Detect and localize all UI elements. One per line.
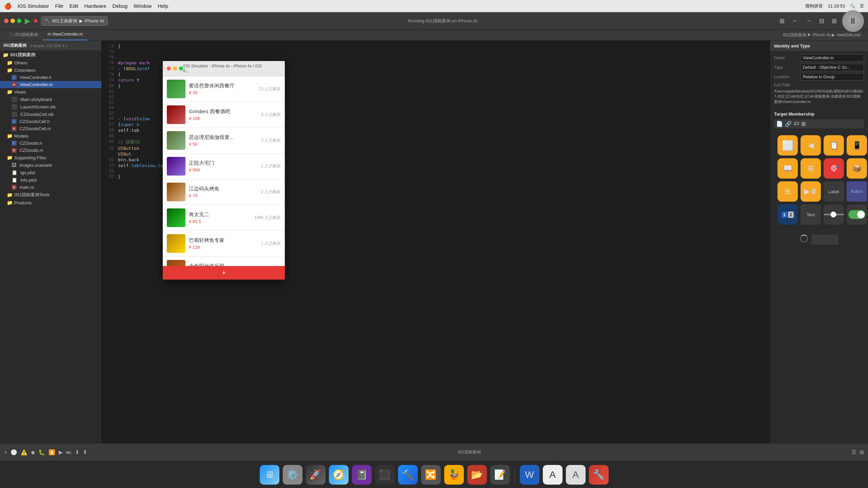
pause-button[interactable]: ⏸ xyxy=(842,10,864,32)
step-into-button[interactable]: ⬇ xyxy=(75,449,79,455)
nav-item-project-root[interactable]: 📁 001团购案例 xyxy=(0,51,101,59)
dock-xcode[interactable]: 🔨 xyxy=(398,465,418,485)
search-icon[interactable]: 🔍 xyxy=(850,3,855,8)
nav-item-views[interactable]: 📁 Views xyxy=(0,88,101,96)
nav-item-czgoodscell-xib[interactable]: ⬛ CZGoodsCell.xib xyxy=(0,110,101,118)
nav-item-images-xcassets[interactable]: 🖼 Images.xcassets xyxy=(0,161,101,169)
icon-cell-6[interactable]: ⊞ xyxy=(801,158,821,179)
dock-system-prefs[interactable]: ⚙️ xyxy=(283,465,302,485)
split-view-button[interactable]: ⊟ xyxy=(817,16,826,26)
breakpoints-button[interactable]: ⏫ xyxy=(48,449,55,455)
tm-link-icon[interactable]: 🔗 xyxy=(785,121,792,127)
dock-font-book2[interactable]: A xyxy=(566,465,586,485)
nav-item-czgoodscell-h[interactable]: h CZGoodsCell.h xyxy=(0,118,101,125)
simulator-maximize-button[interactable] xyxy=(179,66,183,70)
nav-item-czgoodscell-m[interactable]: m CZGoodsCell.m xyxy=(0,125,101,132)
nav-item-products[interactable]: 📁 Products xyxy=(0,199,101,206)
dock-filemerge[interactable]: 🔀 xyxy=(421,465,441,485)
toggle-cell[interactable] xyxy=(847,204,867,225)
product-item-1[interactable]: 蜜语芭蕾休闲西餐厅 ¥ 39 11 人已购买 xyxy=(163,76,285,102)
add-button[interactable]: + xyxy=(4,449,7,455)
nav-item-tgs-plist[interactable]: 📋 tgs.plist xyxy=(0,169,101,176)
product-list[interactable]: 蜜语芭蕾休闲西餐厅 ¥ 39 11 人已购买 Grinders 西餐酒吧 ¥ 1… xyxy=(163,76,285,266)
icon-cell-3[interactable]: 📋 xyxy=(824,135,844,156)
nav-forward-button[interactable]: → xyxy=(804,16,814,26)
tm-tag-icon[interactable]: 🏷 xyxy=(794,121,799,127)
product-item-3[interactable]: 昆达理尼瑜伽馆黄... ¥ 58 3 人已购买 xyxy=(163,128,285,154)
dock-onenote[interactable]: 📓 xyxy=(352,465,372,485)
product-item-2[interactable]: Grinders 西餐酒吧 ¥ 108 3 人已购买 xyxy=(163,102,285,128)
nav-back-button[interactable]: ← xyxy=(790,16,800,26)
nav-item-main-storyboard[interactable]: ⬛ Main.storyboard xyxy=(0,96,101,103)
nav-item-main-m[interactable]: m main.m xyxy=(0,184,101,191)
maximize-window-button[interactable] xyxy=(17,19,21,23)
menu-ios-simulator[interactable]: iOS Simulator xyxy=(18,3,49,9)
apple-menu[interactable]: 🍎 xyxy=(4,2,12,10)
menu-hardware[interactable]: Hardware xyxy=(84,3,106,9)
list-view-button[interactable]: ☰ xyxy=(851,449,856,455)
nav-item-others[interactable]: 📁 Others xyxy=(0,59,101,66)
menu-window[interactable]: Window xyxy=(134,3,152,9)
close-window-button[interactable] xyxy=(4,19,8,23)
label-cell[interactable]: Label xyxy=(824,181,844,202)
menu-extras-icon[interactable]: ☰ xyxy=(860,3,864,8)
icon-cell-9[interactable]: ⊞ xyxy=(777,181,798,202)
minimize-window-button[interactable] xyxy=(11,19,15,23)
tab-controllers[interactable]: ⬛ 001团购案例 xyxy=(4,30,43,40)
product-item-6[interactable]: 将太无二 ¥ 85.5 1094 人已购买 xyxy=(163,205,285,231)
right-panel-toggle[interactable]: ⊞ xyxy=(830,16,839,26)
simulator-minimize-button[interactable] xyxy=(173,66,177,70)
dock-cyberduck[interactable]: 🦆 xyxy=(444,465,464,485)
nav-item-czgoods-h[interactable]: h CZGoods.h xyxy=(0,140,101,147)
product-item-5[interactable]: 江边码头烤鱼 ¥ 78 2 人已购买 xyxy=(163,179,285,205)
nav-item-viewcontroller-h[interactable]: h ViewController.h xyxy=(0,74,101,81)
icon-cell-5[interactable]: 📖 xyxy=(777,158,798,179)
dock-terminal[interactable]: ⬛ xyxy=(375,465,395,485)
issues-button[interactable]: ⚠️ xyxy=(21,449,27,455)
debug-button[interactable]: 🐛 xyxy=(38,449,45,455)
slider-cell[interactable] xyxy=(824,204,844,225)
nav-item-czgoods-m[interactable]: m CZGoods.m xyxy=(0,147,101,154)
step-over-button[interactable]: ⏭ xyxy=(66,449,72,455)
text-widget-cell[interactable]: Text xyxy=(801,204,821,225)
button-cell[interactable]: Button xyxy=(847,181,867,202)
tm-doc-icon[interactable]: 📄 xyxy=(776,121,783,127)
menu-file[interactable]: File xyxy=(55,3,63,9)
grid-view-button[interactable]: ⊞ xyxy=(777,16,787,26)
test-button[interactable]: ◆ xyxy=(31,449,35,455)
icon-cell-2[interactable]: ◀ xyxy=(801,135,821,156)
icon-cell-1[interactable]: ⬜ xyxy=(777,135,798,156)
menu-help[interactable]: Help xyxy=(158,3,168,9)
load-more-footer[interactable]: + xyxy=(163,266,285,280)
icon-cell-4[interactable]: 📱 xyxy=(847,135,867,156)
tab-viewcontroller-m[interactable]: m ViewController.m xyxy=(43,30,87,40)
nav-item-launchscreen[interactable]: ⬛ LaunchScreen.xib xyxy=(0,103,101,110)
nav-item-info-plist[interactable]: 📋 Info.plist xyxy=(0,176,101,184)
run-indicator[interactable]: ▶ xyxy=(59,449,63,455)
tm-grid-icon[interactable]: ⊞ xyxy=(801,121,806,127)
nav-item-models[interactable]: 📁 Models xyxy=(0,132,101,140)
step-out-button[interactable]: ⬆ xyxy=(83,449,87,455)
type-value[interactable]: Default - Objective-C So... xyxy=(801,64,864,71)
dock-script-editor[interactable]: 📝 xyxy=(490,465,510,485)
dock-filezilla[interactable]: 📂 xyxy=(467,465,487,485)
dock-launchpad[interactable]: 🚀 xyxy=(306,465,326,485)
num-badge-cell[interactable]: 1 2 xyxy=(777,204,798,225)
product-item-7[interactable]: 巴蜀轩烤鱼专家 ¥ 128 1 人已购买 xyxy=(163,231,285,257)
nav-item-viewcontroller-m[interactable]: m ViewController.m xyxy=(0,81,101,88)
dock-app1[interactable]: 🔧 xyxy=(589,465,609,485)
run-button[interactable]: ▶ xyxy=(25,17,31,25)
nav-item-tests[interactable]: 📁 001团购案例Tests xyxy=(0,191,101,199)
nav-item-supporting-files[interactable]: 📁 Supporting Files xyxy=(0,154,101,161)
menu-edit[interactable]: Edit xyxy=(70,3,78,9)
icon-cell-7[interactable]: 🎯 xyxy=(824,158,844,179)
dock-word[interactable]: W xyxy=(520,465,539,485)
name-value[interactable]: ViewController.m xyxy=(801,54,864,62)
scheme-selector[interactable]: 🔨 001王购案例 ▶ iPhone 4s xyxy=(41,16,108,26)
stop-button[interactable]: ■ xyxy=(34,17,38,24)
location-value[interactable]: Relative to Group xyxy=(801,73,864,81)
dock-safari[interactable]: 🧭 xyxy=(329,465,349,485)
nav-item-controllers[interactable]: 📁 Controllers xyxy=(0,66,101,74)
hierarchy-view-button[interactable]: ⊞ xyxy=(860,449,864,455)
icon-cell-10[interactable]: ▶⏸ xyxy=(801,181,821,202)
